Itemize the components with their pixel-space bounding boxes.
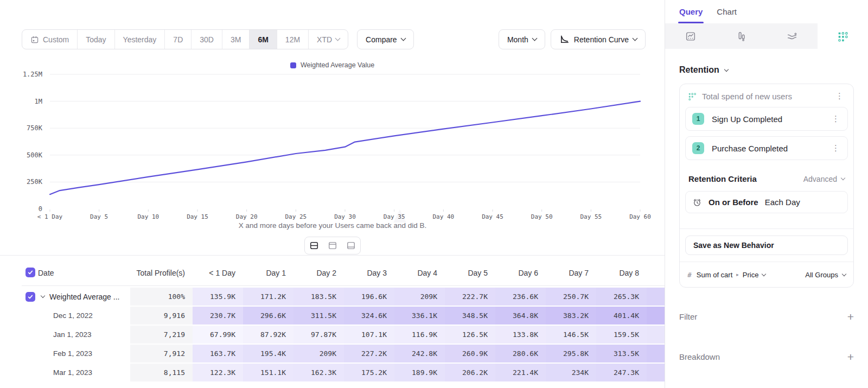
step-purchase-completed[interactable]: 2 Purchase Completed ⋮ <box>685 136 848 160</box>
measure-subproperty-label: Price <box>743 271 759 279</box>
x-axis-tick-label: Day 35 <box>384 213 405 220</box>
retention-table: DateTotal Profile(s)< 1 DayDay 1Day 2Day… <box>0 256 665 381</box>
chart-type-button[interactable]: Retention Curve <box>551 29 646 49</box>
retention-value-cell: 260.9K <box>445 345 495 362</box>
x-axis-tick-label: Day 30 <box>334 213 356 220</box>
save-as-new-behavior-button[interactable]: Save as New Behavior <box>685 236 848 255</box>
row-checkbox-cell <box>22 345 38 362</box>
range-label: XTD <box>317 35 332 44</box>
table-row[interactable]: Jan 1, 20237,21967.99K87.92K97.87K107.1K… <box>22 326 665 344</box>
retention-value-cell: 247.3K <box>596 364 647 381</box>
groups-dropdown[interactable]: All Groups <box>805 271 846 279</box>
chevron-down-icon <box>724 67 729 71</box>
column-header[interactable]: Day 6 <box>495 269 546 277</box>
query-type-selector[interactable]: Retention <box>679 65 854 75</box>
range-today[interactable]: Today <box>78 30 114 49</box>
retention-value-cell-partial <box>647 326 665 344</box>
behavior-menu-button[interactable]: ⋮ <box>833 91 846 101</box>
x-axis-tick-label: Day 5 <box>90 213 108 220</box>
column-header[interactable]: Day 7 <box>546 269 596 277</box>
column-header[interactable]: Day 8 <box>596 269 647 277</box>
retention-report-button[interactable] <box>818 23 868 49</box>
groups-label: All Groups <box>805 271 838 279</box>
table-only-view-button[interactable] <box>342 237 360 254</box>
total-profiles-cell: 8,115 <box>130 364 193 381</box>
x-axis-tick-label: Day 60 <box>629 213 651 220</box>
range-6m[interactable]: 6M <box>250 30 277 49</box>
range-3m[interactable]: 3M <box>222 30 250 49</box>
query-builder: Retention Total spend of new users ⋮ 1 S… <box>665 49 868 367</box>
column-header[interactable]: Day 4 <box>394 269 445 277</box>
column-header[interactable]: Total Profile(s) <box>130 269 193 277</box>
granularity-button[interactable]: Month <box>499 29 545 49</box>
table-row[interactable]: Weighted Average ...100%135.9K171.2K183.… <box>22 288 665 306</box>
criteria-window-selector[interactable]: On or Before Each Day <box>685 191 848 213</box>
step-sign-up-completed[interactable]: 1 Sign Up Completed ⋮ <box>685 107 848 131</box>
criteria-mode-label: Advanced <box>803 175 837 183</box>
range-30d[interactable]: 30D <box>192 30 222 49</box>
retention-value-cell: 67.99K <box>193 326 243 344</box>
range-7d[interactable]: 7D <box>165 30 192 49</box>
retention-value-cell: 313.5K <box>596 345 647 362</box>
retention-value-cell: 250.7K <box>546 288 596 306</box>
retention-value-cell: 311.5K <box>293 307 344 325</box>
range-yesterday[interactable]: Yesterday <box>115 30 165 49</box>
column-header[interactable]: Day 5 <box>445 269 495 277</box>
add-breakdown-button[interactable]: + <box>847 351 854 362</box>
retention-dots-icon <box>687 92 697 101</box>
column-header[interactable]: Day 1 <box>243 269 293 277</box>
row-checkbox-cell <box>22 288 38 306</box>
criteria-operator: On or Before <box>709 198 758 207</box>
tab-chart[interactable]: Chart <box>717 7 737 23</box>
retention-value-cell: 175.2K <box>344 364 394 381</box>
insights-report-button[interactable] <box>665 23 716 49</box>
breakdown-section: Breakdown + <box>679 346 854 367</box>
retention-criteria-row: Retention Criteria Advanced <box>688 174 845 183</box>
chevron-down-icon <box>633 36 638 41</box>
column-header[interactable]: Date <box>38 269 130 277</box>
row-checkbox[interactable] <box>25 292 35 302</box>
query-type-label: Retention <box>679 65 719 75</box>
retention-value-cell: 296.6K <box>243 307 293 325</box>
breadcrumb-arrow-icon: ▸ <box>736 272 739 277</box>
column-header[interactable]: Day 2 <box>293 269 344 277</box>
split-view-button[interactable] <box>305 237 323 254</box>
range-12m[interactable]: 12M <box>277 30 309 49</box>
step-menu-button[interactable]: ⋮ <box>829 114 842 124</box>
table-row[interactable]: Feb 1, 20237,912163.7K195.4K209K227.2K24… <box>22 345 665 362</box>
tab-query[interactable]: Query <box>679 7 703 23</box>
panel-tabs: Query Chart <box>665 0 868 23</box>
total-profiles-cell: 7,912 <box>130 345 193 362</box>
range-label: 12M <box>285 35 300 44</box>
column-header[interactable]: < 1 Day <box>193 269 243 277</box>
chart-only-view-button[interactable] <box>323 237 342 254</box>
date-range-control: CustomTodayYesterday7D30D3M6M12MXTD <box>22 29 348 49</box>
flows-report-button[interactable] <box>767 23 818 49</box>
range-label: Custom <box>43 35 69 44</box>
retention-value-cell: 122.3K <box>193 364 243 381</box>
retention-value-cell: 189.9K <box>394 364 445 381</box>
weighted-average-line[interactable] <box>50 101 640 195</box>
range-xtd[interactable]: XTD <box>309 30 348 49</box>
numeric-property-icon: # <box>687 271 692 279</box>
x-axis-tick-label: Day 15 <box>187 213 208 220</box>
funnels-report-button[interactable] <box>716 23 767 49</box>
x-axis-tick-label: Day 50 <box>531 213 553 220</box>
query-panel: Query Chart <box>665 0 868 388</box>
retention-value-cell: 221.4K <box>495 364 546 381</box>
retention-value-cell-partial <box>647 288 665 306</box>
step-menu-button[interactable]: ⋮ <box>829 143 842 154</box>
add-filter-button[interactable]: + <box>847 311 854 322</box>
range-custom[interactable]: Custom <box>22 30 78 49</box>
check-icon <box>27 294 34 300</box>
measure-property-dropdown[interactable]: Sum of cart ▸ Price <box>697 271 766 279</box>
criteria-mode-dropdown[interactable]: Advanced <box>803 175 845 183</box>
table-row[interactable]: Dec 1, 20229,916230.7K296.6K311.5K324.6K… <box>22 307 665 325</box>
row-label[interactable]: Weighted Average ... <box>38 288 130 306</box>
compare-button[interactable]: Compare <box>357 29 414 49</box>
select-all-checkbox[interactable] <box>25 268 35 277</box>
chart-x-axis-caption: X and more days before your Users came b… <box>25 221 640 230</box>
retention-value-cell: 383.2K <box>546 307 596 325</box>
column-header[interactable]: Day 3 <box>344 269 394 277</box>
table-row[interactable]: Mar 1, 20238,115122.3K151.1K162.3K175.2K… <box>22 364 665 381</box>
